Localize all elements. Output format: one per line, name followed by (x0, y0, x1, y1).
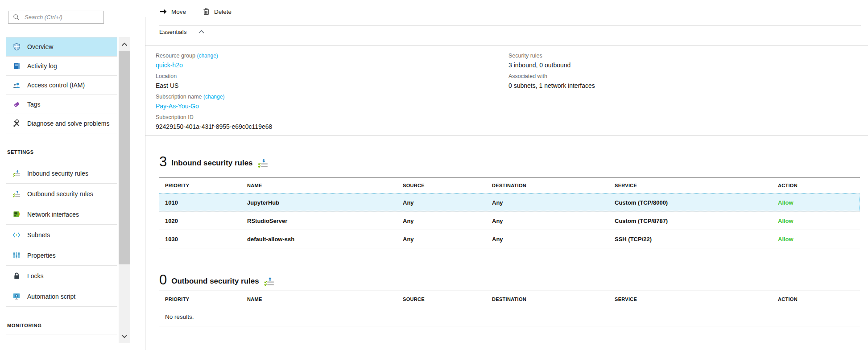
column-header: NAME (247, 183, 403, 188)
column-header: SERVICE (615, 296, 778, 302)
column-header: ACTION (778, 296, 860, 302)
column-header: SOURCE (403, 183, 492, 188)
sidebar-item-label: Automation script (27, 293, 75, 300)
subnets-icon (12, 231, 21, 239)
sidebar-item-activity-log[interactable]: Activity log (6, 57, 117, 76)
rules-outbound-icon (264, 276, 274, 287)
inbound-title: Inbound security rules (171, 158, 252, 169)
lock-icon (12, 272, 21, 280)
toolbar: Move Delete (159, 8, 231, 16)
rule-source: Any (403, 199, 492, 206)
rule-name: default-allow-ssh (247, 236, 403, 243)
sidebar-item-label: Inbound security rules (27, 170, 88, 177)
sidebar-item-overview[interactable]: Overview (6, 37, 117, 57)
sidebar-item-label: Locks (27, 272, 44, 280)
rule-source: Any (403, 236, 492, 243)
rule-name: JupyterHub (247, 199, 403, 206)
scroll-up-icon[interactable] (119, 38, 130, 50)
rule-source: Any (403, 218, 492, 224)
sidebar-item-automation-script[interactable]: Automation script (6, 286, 117, 307)
resource-group-value[interactable]: quick-h2o (156, 61, 272, 69)
delete-button[interactable]: Delete (202, 8, 231, 16)
outbound-table-header: PRIORITY NAME SOURCE DESTINATION SERVICE… (159, 291, 860, 307)
sidebar-item-network-interfaces[interactable]: Network interfaces (6, 204, 117, 225)
sidebar-item-locks[interactable]: Locks (6, 266, 117, 286)
column-header: SOURCE (403, 296, 492, 302)
chevron-up-icon (198, 28, 206, 36)
table-row[interactable]: 1030 default-allow-ssh Any Any SSH (TCP/… (159, 230, 860, 248)
column-header: SERVICE (615, 183, 778, 188)
rule-priority: 1030 (165, 236, 247, 243)
nic-icon (12, 210, 21, 218)
location-value: East US (156, 82, 272, 90)
move-arrow-icon (159, 8, 167, 16)
sidebar-item-label: Subnets (27, 231, 50, 239)
sidebar-item-subnets[interactable]: Subnets (6, 225, 117, 245)
sidebar-item-access-control[interactable]: Access control (IAM) (6, 76, 117, 95)
column-header: DESTINATION (492, 296, 615, 302)
rule-action: Allow (778, 218, 860, 224)
sidebar-item-inbound-rules[interactable]: Inbound security rules (6, 163, 117, 184)
rule-service: Custom (TCP/8787) (615, 218, 778, 224)
change-resource-group-link[interactable]: (change) (197, 53, 218, 59)
location-label: Location (156, 73, 272, 80)
sidebar-item-diagnose[interactable]: Diagnose and solve problems (6, 114, 117, 133)
move-button[interactable]: Move (159, 8, 186, 16)
toolbar-divider (159, 25, 861, 26)
sidebar-item-label: Diagnose and solve problems (27, 120, 109, 127)
sidebar-item-label: Activity log (27, 62, 57, 70)
column-header: PRIORITY (165, 296, 247, 302)
rule-action: Allow (778, 236, 860, 243)
security-rules-label: Security rules (508, 52, 595, 59)
table-row[interactable]: 1020 RStudioServer Any Any Custom (TCP/8… (159, 212, 860, 230)
subscription-name-value[interactable]: Pay-As-You-Go (156, 102, 272, 110)
scrollbar-thumb[interactable] (119, 51, 130, 264)
essentials-toggle[interactable]: Essentials (159, 28, 206, 36)
security-rules-value: 3 inbound, 0 outbound (508, 61, 595, 69)
search-box[interactable] (8, 11, 104, 24)
sidebar-scrollbar[interactable] (119, 37, 130, 343)
associated-with-label: Associated with (508, 73, 595, 80)
rule-service: Custom (TCP/8000) (615, 199, 778, 206)
sidebar-item-label: Network interfaces (27, 211, 79, 218)
outbound-rules-table: PRIORITY NAME SOURCE DESTINATION SERVICE… (159, 291, 860, 326)
tag-icon (12, 100, 21, 108)
outbound-section-heading: 0 Outbound security rules (159, 273, 274, 287)
sidebar-item-tags[interactable]: Tags (6, 95, 117, 114)
essentials-right-column: Security rules 3 inbound, 0 outbound Ass… (508, 52, 595, 93)
inbound-count: 3 (159, 155, 167, 169)
rule-service: SSH (TCP/22) (615, 236, 778, 243)
column-header: PRIORITY (165, 183, 247, 188)
sidebar-item-properties[interactable]: Properties (6, 245, 117, 266)
rule-destination: Any (492, 199, 615, 206)
rules-outbound-icon (12, 190, 21, 198)
tools-icon (12, 119, 21, 128)
trash-icon (202, 8, 210, 16)
shield-icon (12, 43, 21, 51)
rule-destination: Any (492, 236, 615, 243)
people-icon (12, 81, 21, 89)
app: { "sidebar": { "search": { "placeholder"… (0, 0, 868, 354)
column-header: NAME (247, 296, 403, 302)
outbound-title: Outbound security rules (171, 276, 259, 287)
essentials-top-divider (145, 45, 868, 46)
search-input[interactable] (24, 13, 100, 21)
column-header: ACTION (778, 183, 860, 188)
sliders-icon (12, 251, 21, 259)
scroll-down-icon[interactable] (119, 330, 130, 342)
rules-inbound-icon (12, 169, 21, 177)
sidebar-item-outbound-rules[interactable]: Outbound security rules (6, 184, 117, 204)
sidebar-section-monitoring: MONITORING (6, 307, 117, 334)
change-subscription-link[interactable]: (change) (203, 94, 224, 100)
script-icon (12, 292, 21, 300)
inbound-table-header: PRIORITY NAME SOURCE DESTINATION SERVICE… (159, 177, 860, 193)
search-icon (12, 13, 20, 21)
sidebar-menu: Overview Activity log Access control (IA… (6, 37, 117, 334)
sidebar-item-label: Properties (27, 252, 56, 259)
inbound-section-heading: 3 Inbound security rules (159, 155, 268, 169)
rule-priority: 1020 (165, 218, 247, 224)
table-row[interactable]: 1010 JupyterHub Any Any Custom (TCP/8000… (159, 193, 860, 212)
panel-divider (145, 17, 145, 350)
sidebar-item-label: Tags (27, 101, 41, 108)
sidebar-section-settings: SETTINGS (6, 133, 117, 163)
